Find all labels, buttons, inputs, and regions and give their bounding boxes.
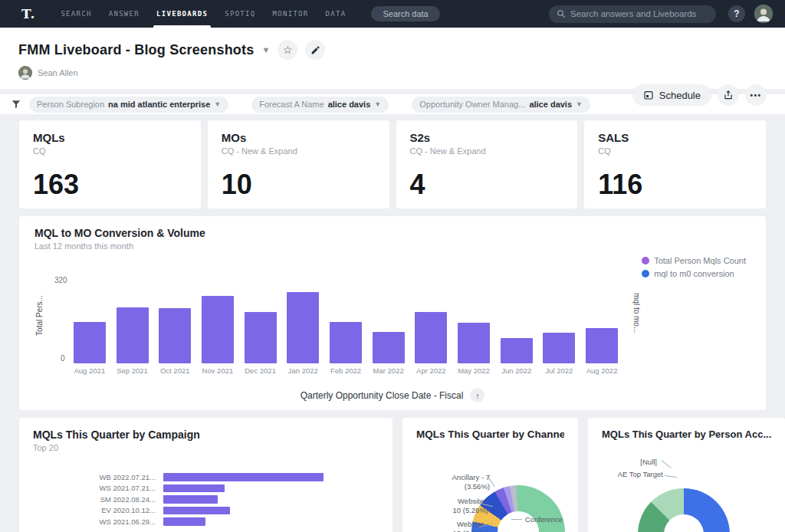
x-tick-label: Sep 2021 [111,366,154,375]
edit-pencil-button[interactable] [305,40,325,60]
bar-column [495,284,538,363]
nav-item-answer[interactable]: ANSWER [109,0,140,28]
bar-Apr 2022[interactable] [415,312,447,363]
chart-subtitle: Last 12 months this month [34,241,751,251]
help-button[interactable]: ? [728,5,745,22]
calendar-icon [643,90,654,100]
bar-column [281,284,324,363]
filter-pill-person-subregion[interactable]: Person Subregion na mid atlantic enterpr… [29,97,228,113]
kpi-card-sals[interactable]: SALS CQ 116 [583,120,767,209]
up-arrow-icon: ↑ [475,391,480,400]
liveboard-header: FMM Liveboard - Blog Screenshots ▼ ☆ Sea… [0,28,785,89]
author-name: Sean Allen [38,68,78,77]
bar-chart-plot-area [68,284,623,363]
hbar-category-label: WB 2022.07.21... [19,473,163,481]
global-search-bar[interactable] [549,5,716,23]
callout-conference: Conference [525,515,580,524]
drill-up-button[interactable]: ↑ [470,388,484,402]
kpi-value: 10 [222,169,252,201]
x-tick-label: Jan 2022 [281,366,324,375]
bar-Sep 2021[interactable] [117,307,149,363]
legend-label: mql to m0 conversion [654,269,734,278]
kpi-card-s2s[interactable]: S2s CQ - New & Expand 4 [396,120,579,209]
kpi-title: MQLs [33,131,187,144]
bar-Jul 2022[interactable] [543,333,575,363]
search-data-button[interactable]: Search data [371,6,439,21]
nav-item-monitor[interactable]: MONITOR [273,0,309,28]
filter-pill-opportunity-owner-manager[interactable]: Opportunity Owner Manag... alice davis ▼ [412,97,590,113]
kpi-card-mos[interactable]: MOs CQ - New & Expand 10 [207,120,390,209]
legend-item[interactable]: mql to m0 conversion [642,269,746,278]
chart-title: MQLs This Quarter by Person Acc... [602,429,771,440]
more-options-icon: ••• [750,91,761,100]
author-avatar [18,66,32,80]
hbar-WB 2022.07.21...[interactable] [163,473,324,481]
hbar-row: WS 2021.07.21... [19,483,373,494]
y-axis-min-tick: 0 [61,354,65,363]
chart-title: MQLs This Quarter by Campaign [33,429,379,441]
thoughtspot-logo-icon[interactable]: T. [21,6,35,21]
more-options-button[interactable]: ••• [745,84,767,106]
bar-Jun 2022[interactable] [501,338,533,363]
y-axis-title: Total Pers... [35,285,44,346]
bar-Oct 2021[interactable] [159,308,191,363]
callout-webinar: Webinar - 13 (6.81%) [419,520,488,532]
campaign-hbar-chart: WB 2022.07.21...WS 2021.07.21...SM 2022.… [19,471,373,527]
bar-Jan 2022[interactable] [287,292,319,363]
bar-Aug 2021[interactable] [74,322,106,363]
filter-label: Opportunity Owner Manag... [419,100,525,109]
bar-column [153,284,196,363]
bar-column [324,284,367,363]
hbar-category-label: EV 2020.10.12... [19,506,163,514]
hbar-WS 2021.06.29...[interactable] [163,517,205,526]
bar-column [580,284,623,363]
bar-column [68,284,111,363]
user-avatar[interactable] [754,5,773,23]
share-button[interactable] [718,84,739,106]
bar-column [410,284,453,363]
chart-legend: Total Person Mqls Count mql to m0 conver… [642,256,746,282]
x-tick-label: May 2022 [452,366,495,375]
bar-Aug 2022[interactable] [586,328,618,363]
filter-pill-forecast-a-name[interactable]: Forecast A Name alice davis ▼ [251,97,389,113]
kpi-value: 116 [598,169,642,201]
y-axis-max-tick: 320 [54,276,67,284]
legend-item[interactable]: Total Person Mqls Count [642,256,746,265]
mql-mo-conversion-chart-card: MQL to MO Conversion & Volume Last 12 mo… [18,215,767,411]
hbar-WS 2021.07.21...[interactable] [163,484,225,493]
bar-Dec 2021[interactable] [245,312,277,363]
nav-item-spotiq[interactable]: SPOTIQ [225,0,255,28]
nav-item-data[interactable]: DATA [326,0,347,28]
schedule-button[interactable]: Schedule [632,84,711,106]
callout-ancillary: Ancillary - 7 (3.56%) [419,473,490,491]
bar-Mar 2022[interactable] [373,332,405,363]
bar-Nov 2021[interactable] [202,296,234,363]
legend-label: Total Person Mqls Count [654,256,746,265]
nav-item-liveboards[interactable]: LIVEBOARDS [156,0,208,28]
legend-dot-purple [642,257,649,264]
filter-funnel-icon [11,99,21,110]
x-tick-label: Nov 2021 [196,366,239,375]
kpi-subtitle: CQ - New & Expand [222,146,376,156]
page-title: FMM Liveboard - Blog Screenshots [18,42,254,58]
filter-value: na mid atlantic enterprise [108,100,210,109]
x-tick-label: Aug 2021 [68,366,111,375]
kpi-card-mqls[interactable]: MQLs CQ 163 [18,120,202,209]
hbar-EV 2020.10.12...[interactable] [163,507,230,515]
callout-null: [Null] [611,458,657,467]
global-search-input[interactable] [570,9,708,18]
title-dropdown-caret-icon[interactable]: ▼ [261,45,270,54]
bar-Feb 2022[interactable] [330,322,362,363]
x-tick-label: Oct 2021 [153,366,196,375]
hbar-SM 2022.08.24...[interactable] [163,495,218,504]
nav-item-search[interactable]: SEARCH [61,0,91,28]
kpi-value: 4 [410,169,425,201]
callout-line [511,519,522,520]
bar-column [239,284,282,363]
favorite-star-button[interactable]: ☆ [278,40,297,60]
hbar-category-label: SM 2022.08.24... [19,495,163,504]
chevron-down-icon: ▼ [374,100,381,108]
bar-May 2022[interactable] [458,323,490,363]
kpi-subtitle: CQ [598,146,752,156]
chevron-down-icon: ▼ [214,100,221,108]
